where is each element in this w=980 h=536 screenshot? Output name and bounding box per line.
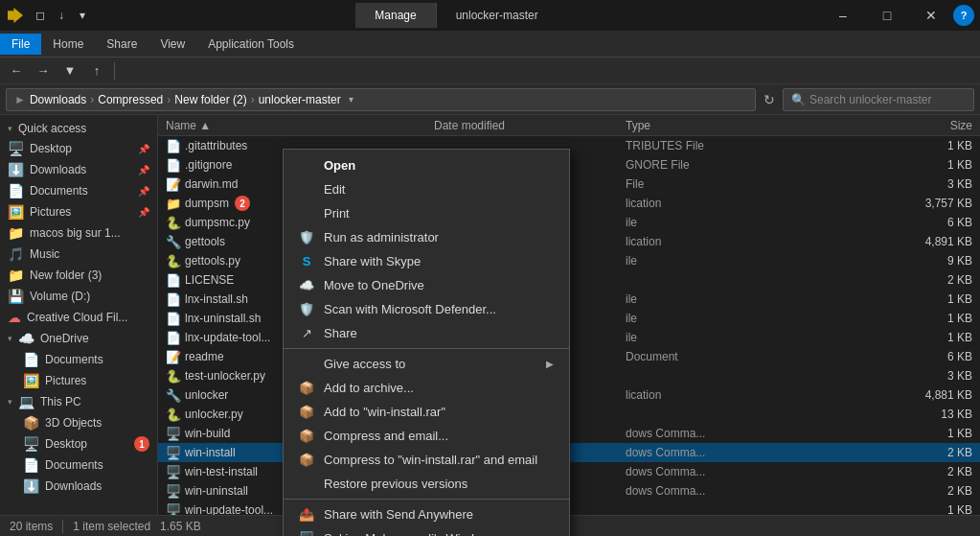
path-separator-3: › [251,93,255,106]
col-header-date[interactable]: Date modified [426,119,618,132]
col-header-type[interactable]: Type [618,119,903,132]
sidebar-item-pc-documents[interactable]: 📄 Documents [0,454,157,476]
ctx-send-anywhere[interactable]: 📤 Share with Send Anywhere [284,502,569,526]
qa-icon-3[interactable]: ▾ [73,6,92,25]
up-button[interactable]: ↑ [84,59,109,82]
ctx-compress-rar-email[interactable]: 📦 Compress to "win-install.rar" and emai… [284,448,569,472]
file-size: 1 KB [903,503,980,515]
refresh-button[interactable]: ↻ [760,92,779,107]
recent-button[interactable]: ▼ [57,59,82,82]
file-icon: 📝 [166,177,181,192]
maximize-button[interactable]: □ [865,0,909,31]
ctx-add-archive[interactable]: 📦 Add to archive... [284,376,569,400]
ctx-skype-label: Share with Skype [324,254,421,268]
menu-home[interactable]: Home [41,34,95,55]
ctx-print[interactable]: Print [284,201,569,225]
ctx-add-archive-label: Add to archive... [324,381,414,395]
sidebar-label-music: Music [30,247,149,261]
sidebar-item-thispc-header[interactable]: ▾ 💻 This PC [0,391,157,412]
file-type: lication [618,235,903,248]
ctx-give-access[interactable]: Give access to ▶ [284,352,569,376]
sidebar-item-3dobjects[interactable]: 📦 3D Objects [0,412,157,433]
sidebar-quick-access-header[interactable]: ▾ Quick access [0,119,157,138]
desktop-badge: 1 [134,436,149,452]
context-menu: Open Edit Print 🛡️ Run as administrator … [283,149,570,536]
sidebar-item-creative-cloud[interactable]: ☁ Creative Cloud Fil... [0,307,157,328]
sidebar-item-od-documents[interactable]: 📄 Documents [0,349,157,370]
sidebar-item-pc-downloads[interactable]: ⬇️ Downloads [0,476,157,497]
menu-file[interactable]: File [0,34,41,55]
file-type: ile [618,292,903,306]
address-path[interactable]: ► Downloads › Compressed › New folder (2… [6,88,756,111]
ctx-compress-email[interactable]: 📦 Compress and email... [284,424,569,448]
col-header-size[interactable]: Size [903,119,980,132]
sidebar-item-desktop[interactable]: 🖥️ Desktop 📌 [0,138,157,159]
qa-icon-1[interactable]: ◻ [31,6,50,25]
ctx-send-anywhere-label: Share with Send Anywhere [324,507,473,522]
sidebar-item-od-pictures[interactable]: 🖼️ Pictures [0,370,157,391]
file-name: win-update-tool... [185,503,273,515]
breadcrumb-compressed[interactable]: Compressed [98,93,163,106]
file-size: 1 KB [903,312,980,325]
menu-share[interactable]: Share [95,34,148,55]
breadcrumb-downloads[interactable]: Downloads [30,93,86,106]
back-button[interactable]: ← [4,59,29,82]
menu-view[interactable]: View [148,34,196,55]
ctx-restore[interactable]: Restore previous versions [284,472,569,496]
file-type: TRIBUTES File [618,139,903,152]
ctx-edit[interactable]: Edit [284,177,569,201]
ctx-skype[interactable]: S Share with Skype [284,249,569,273]
ctx-onedrive[interactable]: ☁️ Move to OneDrive [284,273,569,297]
ctx-add-rar[interactable]: 📦 Add to "win-install.rar" [284,400,569,424]
minimize-button[interactable]: – [821,0,865,31]
sidebar-item-downloads[interactable]: ⬇️ Downloads 📌 [0,159,157,180]
address-dropdown-icon[interactable]: ▾ [345,94,357,105]
file-type: lication [618,388,903,402]
search-box[interactable]: 🔍 Search unlocker-master [783,88,974,111]
title-bar-left: ◻ ↓ ▾ [0,6,92,25]
col-header-name[interactable]: Name ▲ [158,119,426,132]
sidebar-item-documents[interactable]: 📄 Documents 📌 [0,180,157,201]
file-type: ile [618,312,903,325]
file-icon: 🐍 [166,408,181,422]
file-size: 6 KB [903,216,980,229]
sidebar-item-volume[interactable]: 💾 Volume (D:) [0,286,157,307]
ctx-defender-icon: 🛡️ [299,302,314,316]
forward-button[interactable]: → [31,59,56,82]
sidebar-item-pc-desktop[interactable]: 🖥️ Desktop 1 [0,433,157,454]
file-icon: 🐍 [166,254,181,268]
sidebar-item-pictures[interactable]: 🖼️ Pictures 📌 [0,201,157,222]
sidebar-item-onedrive-header[interactable]: ▾ ☁️ OneDrive [0,328,157,349]
folder-badge: 2 [235,196,250,211]
ctx-share-label: Share [324,326,357,340]
file-icon: 📄 [166,312,181,326]
sidebar-item-newfolder3[interactable]: 📁 New folder (3) [0,265,157,286]
sidebar-label-3dobjects: 3D Objects [45,416,149,430]
menu-app-tools[interactable]: Application Tools [196,34,306,55]
file-icon: 🖥️ [166,446,181,460]
ctx-share[interactable]: ↗ Share [284,321,569,345]
manage-tab[interactable]: Manage [355,3,436,28]
ctx-open[interactable]: Open [284,153,569,177]
close-button[interactable]: ✕ [909,0,953,31]
breadcrumb-newfolder[interactable]: New folder (2) [174,93,246,106]
ctx-run-admin[interactable]: 🛡️ Run as administrator [284,225,569,249]
file-icon: 📄 [166,158,181,173]
sidebar-item-macos[interactable]: 📁 macos big sur 1... [0,222,157,244]
sidebar-label-pc-documents: Documents [45,458,149,472]
qa-icon-2[interactable]: ↓ [52,6,71,25]
file-size: 2 KB [903,273,980,287]
title-tabs: Manage unlocker-master [355,3,557,28]
file-size: 1 KB [903,158,980,172]
file-name: lnx-install.sh [185,292,248,306]
breadcrumb-unlocker[interactable]: unlocker-master [259,93,341,106]
sidebar-item-music[interactable]: 🎵 Music [0,244,157,265]
quick-access-icons: ◻ ↓ ▾ [31,6,92,25]
ctx-sakina[interactable]: 🖥️ Sakina Muhammadi's Windows [284,526,569,536]
file-type: GNORE File [618,158,903,172]
file-type: ile [618,254,903,268]
onedrive-collapse-icon: ▾ [8,334,12,343]
ctx-give-access-arrow: ▶ [546,359,554,369]
ctx-defender[interactable]: 🛡️ Scan with Microsoft Defender... [284,297,569,321]
help-button[interactable]: ? [953,5,974,26]
